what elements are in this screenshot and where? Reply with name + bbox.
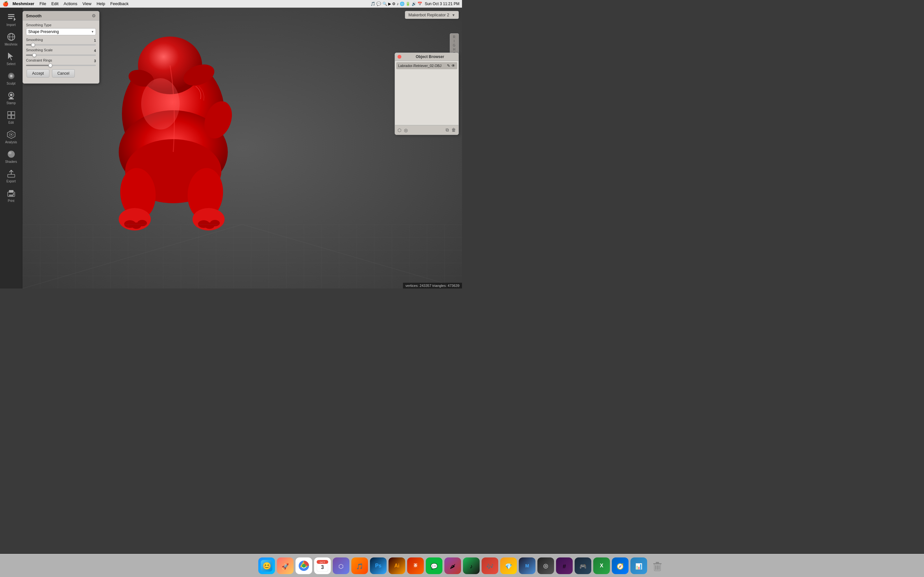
svg-rect-47 — [23, 224, 462, 288]
smoothing-slider[interactable] — [26, 44, 96, 45]
smoothing-type-select[interactable]: Shape Preserving Cotan MeanCurvature Lap… — [26, 28, 96, 35]
left-sidebar: Import Meshmix Select — [0, 8, 23, 288]
apple-menu[interactable]: 🍎 — [3, 1, 9, 7]
smoothing-scale-label: Smoothing Scale — [26, 48, 53, 52]
menu-view[interactable]: View — [82, 1, 91, 6]
constraint-rings-track[interactable] — [26, 65, 96, 66]
stamp-label: Stamp — [6, 101, 16, 105]
menu-actions[interactable]: Actions — [63, 1, 78, 6]
menu-icons: 🎵 💬 🔍 ▶ ⚙ ♪ 🌐 🔋 🔊 📅 — [371, 2, 422, 6]
object-icon-2[interactable]: ◎ — [404, 127, 408, 133]
stamp-icon — [6, 90, 16, 101]
makerbot-label: Makerbot Replicator 2 — [409, 13, 449, 17]
menu-edit[interactable]: Edit — [51, 1, 58, 6]
smoothing-scale-thumb[interactable] — [32, 53, 36, 57]
sidebar-item-analysis[interactable]: Analysis — [2, 127, 21, 146]
smoothing-type-dropdown-wrapper[interactable]: Shape Preserving Cotan MeanCurvature Lap… — [26, 28, 96, 35]
object-browser-footer: ⬡ ◎ ⧉ 🗑 — [395, 125, 459, 135]
viewport[interactable]: Smooth ⚙ Smoothing Type Shape Preserving… — [23, 8, 462, 288]
smooth-panel-title: Smooth — [26, 13, 41, 18]
object-browser-title: Object Browser — [404, 55, 456, 59]
constraint-rings-row: Constraint Rings 3 — [26, 58, 96, 66]
smoothing-type-label: Smoothing Type — [26, 23, 96, 27]
svg-marker-7 — [8, 53, 13, 60]
object-browser-item[interactable]: Labrador-Retriever_02.OBJ ✎ 👁 — [396, 62, 457, 69]
svg-rect-18 — [11, 115, 15, 119]
accept-button[interactable]: Accept — [27, 69, 49, 77]
smooth-panel-body: Smoothing Type Shape Preserving Cotan Me… — [23, 21, 99, 80]
grid-floor — [23, 224, 462, 288]
smoothing-thumb[interactable] — [31, 43, 35, 47]
svg-marker-3 — [14, 17, 16, 21]
sidebar-item-import[interactable]: Import — [2, 10, 21, 29]
menubar-items: File Edit Actions View Help Feedback — [39, 1, 371, 6]
object-browser: Object Browser Labrador-Retriever_02.OBJ… — [395, 53, 459, 135]
menu-help[interactable]: Help — [97, 1, 105, 6]
clock: Sun Oct 3 11:21 PM — [425, 2, 459, 6]
print-icon — [6, 188, 16, 198]
sculpt-icon — [6, 71, 16, 81]
delete-icon[interactable]: 🗑 — [451, 127, 456, 133]
constraint-rings-value: 3 — [94, 59, 96, 63]
object-item-icons: ✎ 👁 — [447, 63, 455, 68]
svg-point-22 — [8, 151, 15, 158]
menu-file[interactable]: File — [39, 1, 46, 6]
sculpt-label: Sculpt — [7, 82, 16, 85]
edit-icon-small[interactable]: ✎ — [447, 63, 450, 68]
object-item-name: Labrador-Retriever_02.OBJ — [398, 64, 447, 68]
smoothing-label: Smoothing — [26, 38, 43, 42]
constraint-rings-slider[interactable] — [26, 65, 96, 66]
makerbot-panel[interactable]: Makerbot Replicator 2 ▼ — [405, 11, 459, 19]
constraint-rings-thumb[interactable] — [48, 63, 52, 67]
footer-icons: ⬡ ◎ — [397, 127, 408, 133]
menubar: 🍎 Meshmixer File Edit Actions View Help … — [0, 0, 462, 8]
sidebar-item-select[interactable]: Select — [2, 49, 21, 68]
svg-rect-1 — [8, 16, 15, 17]
export-label: Export — [6, 179, 16, 183]
object-icon-1[interactable]: ⬡ — [397, 127, 401, 133]
svg-rect-26 — [9, 190, 13, 193]
smoothing-scale-inline: Smoothing Scale 4 — [26, 48, 96, 53]
smoothing-row: Smoothing 1 — [26, 38, 96, 45]
svg-point-28 — [13, 193, 14, 195]
eye-icon[interactable]: 👁 — [451, 63, 455, 68]
status-bar: vertices: 243357 triangles: 473639 — [403, 283, 462, 288]
sidebar-item-sculpt[interactable]: Sculpt — [2, 69, 21, 87]
svg-rect-27 — [9, 195, 13, 197]
sidebar-item-meshmix[interactable]: Meshmix — [2, 30, 21, 48]
select-icon — [6, 51, 16, 61]
sidebar-item-stamp[interactable]: Stamp — [2, 89, 21, 107]
shaders-icon — [6, 149, 16, 159]
shaders-label: Shaders — [5, 160, 17, 163]
duplicate-icon[interactable]: ⧉ — [446, 127, 449, 133]
smooth-panel: Smooth ⚙ Smoothing Type Shape Preserving… — [23, 11, 99, 84]
analysis-icon — [6, 129, 16, 140]
menubar-right: 🎵 💬 🔍 ▶ ⚙ ♪ 🌐 🔋 🔊 📅 Sun Oct 3 11:21 PM — [371, 2, 459, 6]
cancel-button[interactable]: Cancel — [52, 69, 75, 77]
svg-point-21 — [11, 134, 12, 135]
menu-feedback[interactable]: Feedback — [110, 1, 129, 6]
app-name[interactable]: Meshmixer — [13, 1, 34, 6]
smoothing-scale-slider[interactable] — [26, 55, 96, 56]
svg-point-12 — [10, 93, 13, 96]
svg-rect-0 — [8, 14, 15, 15]
constraint-rings-label: Constraint Rings — [26, 58, 52, 62]
svg-point-10 — [10, 75, 12, 77]
object-browser-header: Object Browser — [395, 53, 459, 61]
gear-icon[interactable]: ⚙ — [92, 13, 96, 18]
smooth-panel-header: Smooth ⚙ — [23, 11, 99, 21]
sidebar-item-export[interactable]: Export — [2, 167, 21, 185]
button-row: Accept Cancel — [26, 69, 96, 77]
sidebar-item-edit[interactable]: Edit — [2, 108, 21, 126]
sidebar-item-shaders[interactable]: Shaders — [2, 147, 21, 165]
footer-icons-right: ⧉ 🗑 — [446, 127, 456, 133]
smoothing-scale-value: 4 — [94, 49, 96, 53]
constraint-rings-fill — [26, 65, 50, 66]
svg-rect-14 — [9, 98, 14, 99]
makerbot-dropdown-icon[interactable]: ▼ — [452, 13, 455, 17]
smoothing-track[interactable] — [26, 44, 96, 45]
smoothing-scale-track[interactable] — [26, 55, 96, 56]
sidebar-item-print[interactable]: Print — [2, 186, 21, 205]
close-button[interactable] — [397, 55, 401, 59]
smoothing-value: 1 — [94, 39, 96, 42]
